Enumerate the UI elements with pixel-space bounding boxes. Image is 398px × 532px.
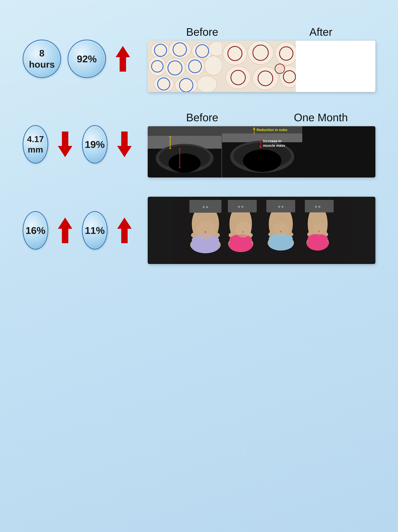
svg-point-80 [242,231,244,233]
circles-row3: 16% 11% [23,211,135,250]
svg-text:◆ ◆: ◆ ◆ [315,205,321,208]
svg-marker-0 [116,46,130,72]
arrow-up-icon-row3 [117,218,132,243]
microscopy-frame [148,41,375,92]
microscopy-after-svg [222,41,296,92]
arrow-down-icon-left [58,132,72,157]
body-comp-frame: ◆ ◆ [148,197,375,264]
svg-point-3 [169,41,191,58]
microscopy-before-svg [148,41,222,92]
circle-11pct: 11% [82,211,108,250]
arrow-up-row1 [116,46,130,72]
svg-text:muscle mass: muscle mass [263,144,285,147]
microscopy-after [222,41,296,92]
row-2: 4.17 mm 19% Before [23,111,375,177]
circle-19pct: 19% [82,125,108,164]
svg-marker-36 [117,132,132,157]
mri-before-svg [148,126,222,177]
circle-8hours: 8 hours [23,40,61,78]
mri-before [148,126,222,177]
svg-point-10 [154,76,174,92]
svg-text:Increase in: Increase in [263,139,281,143]
image-section-row1: Before After [148,26,375,92]
circle-16pct: 16% [23,211,48,250]
body-comp-panel: ◆ ◆ [148,197,375,264]
svg-text:Reduction in subo: Reduction in subo [257,128,287,132]
before-after-labels-row1: Before After [148,26,375,38]
svg-point-79 [235,222,251,238]
arrow-down-between-row2 [58,132,72,157]
arrow-up-row3 [117,218,132,243]
circles-row2: 4.17 mm 19% [23,125,135,164]
before-after-labels-row2: Before One Month [148,111,375,124]
svg-point-2 [151,42,170,58]
svg-point-70 [196,222,215,239]
circle-92pct: 92% [67,40,106,78]
svg-point-9 [205,56,222,75]
label-before-row1: Before [148,26,257,38]
arrow-up-between-row3 [58,218,72,243]
svg-point-54 [243,149,281,172]
mri-frame: Reduction in subo Increase in muscle mas… [148,126,375,177]
svg-point-23 [248,41,274,64]
row-1: 8 hours 92% Before After [23,26,375,92]
svg-point-11 [175,77,197,92]
microscopy-before [148,41,222,92]
image-section-row2: Before One Month [148,111,375,177]
svg-point-88 [273,222,288,237]
body-comp-svg: ◆ ◆ [173,197,350,264]
label-before-row2: Before [148,111,257,124]
circles-row1: 8 hours 92% [23,40,135,78]
image-section-row3: ◆ ◆ [148,197,375,264]
svg-point-97 [313,223,325,235]
svg-point-42 [169,153,201,173]
svg-marker-63 [117,218,132,243]
main-container: 8 hours 92% Before After [0,0,398,532]
svg-point-12 [197,76,217,92]
svg-point-71 [205,231,206,233]
svg-marker-35 [58,132,72,157]
mri-after: Reduction in subo Increase in muscle mas… [222,126,375,177]
mri-panels: Reduction in subo Increase in muscle mas… [148,126,375,177]
arrow-down-row2 [117,132,132,157]
svg-point-22 [223,42,247,65]
svg-text:◆ ◆: ◆ ◆ [202,205,209,209]
svg-point-89 [280,231,281,232]
arrow-up-icon-left-row3 [58,218,72,243]
svg-marker-62 [58,218,72,243]
svg-point-25 [226,66,251,89]
svg-point-98 [318,230,320,232]
label-after-row1: After [266,26,375,38]
svg-text:◆ ◆: ◆ ◆ [238,205,244,208]
arrow-up-icon [116,46,130,72]
circle-4mm: 4.17 mm [23,125,48,164]
svg-rect-38 [148,126,222,136]
row-3: 16% 11% [23,197,375,264]
svg-text:◆ ◆: ◆ ◆ [278,205,284,208]
mri-after-svg: Reduction in subo Increase in muscle mas… [222,126,302,177]
arrow-down-icon [117,132,132,157]
svg-point-26 [253,67,278,90]
microscopy-panels [148,41,375,92]
label-onemonth-row2: One Month [266,111,375,124]
